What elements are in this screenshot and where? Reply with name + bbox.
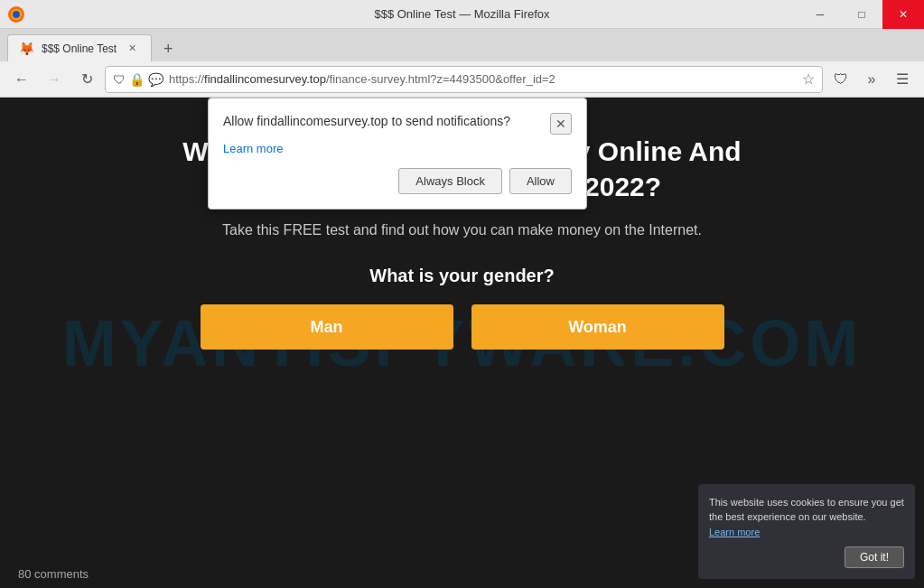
gender-question: What is your gender? [369,266,554,286]
active-tab[interactable]: 🦊 $$$ Online Test ✕ [7,34,152,61]
popup-title: Allow findallincomesurvey.top to send no… [223,113,510,131]
shield-icon: 🛡 [113,72,126,87]
browser-window: $$$ Online Test — Mozilla Firefox ─ □ ✕ … [0,0,924,588]
popup-close-button[interactable]: ✕ [550,113,572,135]
tab-favicon: 🦊 [19,42,34,56]
comments-count: 80 comments [18,567,89,581]
nav-bar: ← → ↻ 🛡 🔒 💬 https://findallincomesurvey.… [0,61,924,98]
lock-icon: 🔒 [129,72,145,87]
bookmark-icon[interactable]: ☆ [802,70,815,88]
notification-popup: Allow findallincomesurvey.top to send no… [208,98,587,210]
menu-button[interactable]: ☰ [888,65,917,94]
notification-icon: 💬 [148,72,163,87]
gender-buttons: Man Woman [201,304,724,350]
always-block-button[interactable]: Always Block [398,168,502,194]
cookie-got-it-button[interactable]: Got it! [845,546,904,568]
url-text: https://findallincomesurvey.top/finance-… [169,72,797,86]
tab-bar: 🦊 $$$ Online Test ✕ + [0,29,924,61]
cookie-learn-more-link[interactable]: Learn more [709,527,760,537]
extensions-button[interactable]: » [857,65,886,94]
reload-button[interactable]: ↻ [72,65,101,94]
window-controls: ─ □ ✕ [799,0,924,28]
url-protocol: https:// [169,72,204,86]
window-title: $$$ Online Test — Mozilla Firefox [374,7,549,21]
new-tab-button[interactable]: + [155,36,181,61]
page-subtext: Take this FREE test and find out how you… [222,222,702,238]
minimize-button[interactable]: ─ [799,0,841,29]
tab-close-button[interactable]: ✕ [124,41,140,57]
svg-point-2 [13,11,20,18]
allow-button[interactable]: Allow [509,168,572,194]
woman-button[interactable]: Woman [471,304,724,350]
url-domain: findallincomesurvey.top [204,72,326,86]
restore-button[interactable]: □ [841,0,882,29]
firefox-logo [7,5,25,23]
close-button[interactable]: ✕ [882,0,924,29]
address-bar[interactable]: 🛡 🔒 💬 https://findallincomesurvey.top/fi… [105,66,823,93]
man-button[interactable]: Man [201,304,453,350]
shield-extra-icon[interactable]: 🛡 [826,65,855,94]
nav-extra-buttons: 🛡 » ☰ [826,65,917,94]
popup-header: Allow findallincomesurvey.top to send no… [223,113,572,135]
title-bar: $$$ Online Test — Mozilla Firefox ─ □ ✕ [0,0,924,29]
tab-title: $$$ Online Test [42,42,117,55]
address-icons: 🛡 🔒 💬 [113,72,163,87]
popup-learn-more-link[interactable]: Learn more [223,142,572,155]
cookie-text: This website uses cookies to ensure you … [709,495,904,540]
url-path: /finance-survey.html?z=4493500&offer_id=… [326,72,555,86]
popup-action-buttons: Always Block Allow [223,168,572,194]
webpage: MYANTISPYWARE.COM Would You Like To Make… [0,98,924,588]
cookie-notice: This website uses cookies to ensure you … [698,484,915,580]
back-button[interactable]: ← [7,65,36,94]
cookie-message: This website uses cookies to ensure you … [709,497,904,523]
forward-button[interactable]: → [40,65,69,94]
